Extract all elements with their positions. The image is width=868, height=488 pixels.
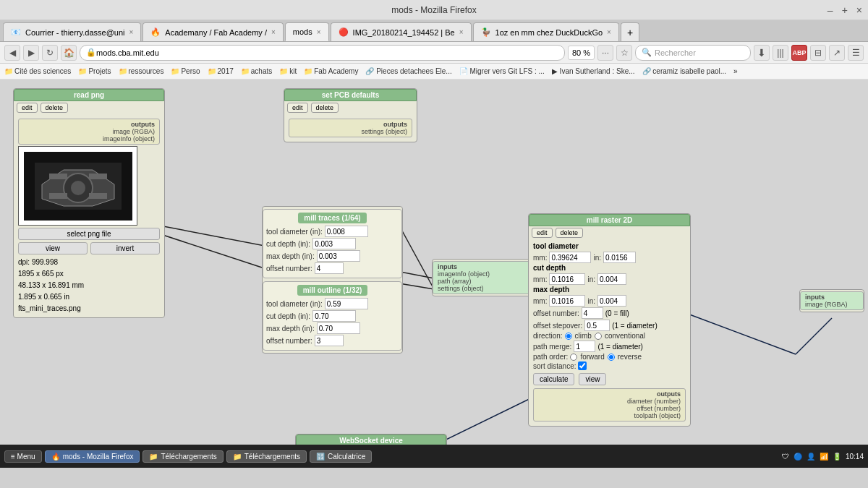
max-depth-in-input[interactable] (597, 295, 626, 307)
bm-yt[interactable]: ▶ Ivan Sutherland : Ske... (552, 67, 635, 75)
climb-radio[interactable] (565, 333, 572, 340)
sidebar-btn[interactable]: ||| (773, 45, 788, 61)
websocket-device-node: WebSocket device edit delete inputs file… (295, 434, 447, 445)
shield-icon: 🛡 (782, 453, 789, 461)
back-button[interactable]: ◀ (4, 45, 20, 61)
cut-depth-mm-input[interactable] (549, 273, 585, 285)
tool-diameter-input[interactable] (325, 226, 368, 237)
td-label: tool diameter (in): (266, 228, 323, 236)
mill-outline-title[interactable]: mill outline (1/32) (297, 285, 368, 296)
search-box[interactable]: 🔍 Rechercher (635, 45, 751, 61)
reverse-radio[interactable] (608, 354, 615, 361)
set-pcb-defaults-delete-btn[interactable]: delete (311, 103, 339, 113)
tool-diameter-mm-input[interactable] (549, 252, 591, 263)
set-pcb-defaults-title[interactable]: set PCB defaults (284, 89, 417, 101)
max-depth-mm-input[interactable] (549, 295, 585, 307)
address-bar[interactable]: 🔒 mods.cba.mit.edu (80, 45, 565, 61)
share-btn[interactable]: ↗ (829, 45, 845, 61)
tab-mods[interactable]: mods × (285, 22, 329, 41)
ocd-label: cut depth (in): (266, 312, 310, 320)
minimize-btn[interactable]: – (827, 4, 833, 16)
more-btn[interactable]: ··· (597, 45, 613, 61)
bm-ressources[interactable]: ressources (119, 67, 164, 75)
invert-btn[interactable]: invert (90, 242, 160, 254)
path-merge-input[interactable] (574, 341, 595, 352)
bm-projets[interactable]: Projets (78, 67, 111, 75)
bm-more[interactable]: » (733, 67, 738, 75)
read-png-edit-btn[interactable]: edit (17, 103, 38, 113)
mill-traces-cut-depth-row: cut depth (in): (266, 238, 399, 249)
raster-out-toolpath: toolpath (object) (538, 412, 681, 419)
tab-bar: 📧 Courrier - thierry.dasse@uni × 🔥 Acade… (0, 20, 868, 42)
pcb-svg (20, 148, 136, 224)
settings-output: settings (object) (294, 128, 407, 135)
outline-offset-input[interactable] (315, 335, 344, 346)
tool-diameter-in-input[interactable] (603, 252, 636, 263)
bookmark-btn[interactable]: ☆ (616, 45, 632, 61)
tab-academany-close[interactable]: × (271, 28, 276, 36)
outline-cut-depth-input[interactable] (312, 310, 356, 322)
taskbar-firefox[interactable]: 🔥 mods - Mozilla Firefox (45, 450, 140, 463)
tab-duckduckgo[interactable]: 🦆 1oz en mm chez DuckDuckGo × (473, 22, 619, 41)
websocket-title[interactable]: WebSocket device (296, 435, 446, 445)
conventional-radio[interactable] (595, 333, 602, 340)
cut-depth-input[interactable] (312, 238, 356, 249)
tab-academany[interactable]: 🔥 Academany / Fab Academy / × (142, 22, 283, 41)
window-controls[interactable]: – + × (827, 4, 862, 16)
tab-courrier[interactable]: 📧 Courrier - thierry.dasse@uni × (3, 22, 141, 41)
forward-button[interactable]: ▶ (23, 45, 39, 61)
tab-new[interactable]: + (621, 22, 639, 41)
home-button[interactable]: 🏠 (61, 45, 77, 61)
read-png-edit-delete: edit delete (14, 101, 164, 114)
read-png-title[interactable]: read png (14, 89, 164, 101)
outline-max-depth-row: max depth (in): (266, 322, 399, 334)
taskbar-calc[interactable]: 🔢 Calculatrice (310, 450, 372, 463)
pm-note: (1 = diameter) (597, 343, 643, 351)
mill-raster-delete-btn[interactable]: delete (556, 228, 584, 238)
mill-raster-2d-title[interactable]: mill raster 2D (529, 214, 690, 226)
bm-cite-sciences[interactable]: Cité des sciences (4, 67, 71, 75)
bm-pieces[interactable]: 🔗 Pieces detachees Ele... (365, 67, 451, 75)
calc-icon: 🔢 (316, 453, 325, 461)
close-btn[interactable]: × (856, 4, 862, 16)
taskbar-files1[interactable]: 📁 Téléchargements (142, 450, 223, 463)
select-png-btn[interactable]: select png file (18, 228, 160, 240)
maximize-btn[interactable]: + (842, 4, 848, 16)
outline-max-depth-input[interactable] (317, 322, 360, 334)
raster-offset-input[interactable] (582, 307, 603, 319)
tab-img[interactable]: 🔴 IMG_20180214_194452 | Be × (331, 22, 472, 41)
bm-ceramiz[interactable]: 🔗 ceramiz isabelle paol... (642, 67, 727, 75)
addon-btn[interactable]: ABP (791, 45, 807, 61)
mill-traces-title[interactable]: mill traces (1/64) (298, 213, 366, 223)
cut-depth-in-input[interactable] (597, 273, 626, 285)
bm-kit[interactable]: kit (279, 67, 297, 75)
tab-duckduckgo-close[interactable]: × (607, 28, 611, 36)
outline-tool-diameter-input[interactable] (325, 298, 368, 309)
taskbar-files2[interactable]: 📁 Téléchargements (226, 450, 307, 463)
bm-git[interactable]: 📄 Migrer vers Git LFS : ... (459, 67, 545, 75)
bm-fabacademy[interactable]: Fab Academy (304, 67, 358, 75)
sort-distance-checkbox[interactable] (578, 361, 587, 370)
container-btn[interactable]: ⊟ (810, 45, 826, 61)
tab-courrier-close[interactable]: × (129, 28, 134, 36)
mill-raster-edit-btn[interactable]: edit (532, 228, 553, 238)
calculate-btn[interactable]: calculate (533, 373, 574, 385)
reload-button[interactable]: ↻ (42, 45, 58, 61)
menu-btn[interactable]: ☰ (848, 45, 864, 61)
forward-radio[interactable] (570, 354, 577, 361)
view-btn[interactable]: view (18, 242, 88, 254)
max-depth-input[interactable] (317, 250, 360, 262)
offset-number-input[interactable] (315, 262, 344, 274)
bm-perso[interactable]: Perso (171, 67, 200, 75)
stepover-input[interactable] (584, 320, 610, 331)
tab-mods-close[interactable]: × (317, 28, 321, 36)
raster-view-btn[interactable]: view (579, 373, 606, 385)
bm-2017[interactable]: 2017 (208, 67, 234, 75)
menu-taskbar-btn[interactable]: ≡ Menu (4, 450, 42, 463)
read-png-delete-btn[interactable]: delete (41, 103, 69, 113)
downloads-btn[interactable]: ⬇ (754, 45, 770, 61)
tab-img-close[interactable]: × (459, 28, 464, 36)
bm-achats[interactable]: achats (241, 67, 272, 75)
size-mm: 48.133 x 16.891 mm (18, 280, 160, 291)
set-pcb-defaults-edit-btn[interactable]: edit (287, 103, 308, 113)
